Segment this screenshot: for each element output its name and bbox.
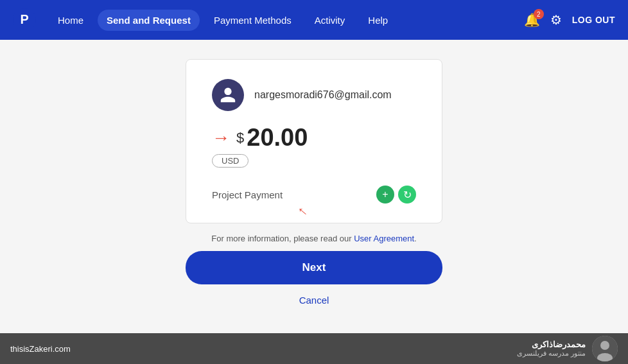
refresh-icon[interactable]: ↻: [398, 186, 416, 204]
nav-help[interactable]: Help: [359, 10, 397, 31]
add-note-icon[interactable]: +: [376, 186, 394, 204]
next-button[interactable]: Next: [186, 251, 442, 284]
main-content: nargesmoradi676@gmail.com → $ 20.00 USD …: [0, 40, 628, 364]
logout-button[interactable]: LOG OUT: [572, 15, 615, 25]
recipient-row: nargesmoradi676@gmail.com: [212, 79, 416, 111]
nav-activity[interactable]: Activity: [306, 10, 354, 31]
user-agreement-link[interactable]: User Agreement: [354, 234, 414, 243]
note-icons: + ↻: [376, 186, 416, 204]
nav-payment-methods[interactable]: Payment Methods: [205, 10, 301, 31]
arrow-annotation-icon: →: [292, 201, 313, 223]
watermark-avatar: [592, 336, 618, 361]
amount-row: → $ 20.00: [212, 124, 416, 152]
svg-point-3: [600, 341, 609, 350]
note-row: Project Payment + ↻: [212, 186, 416, 204]
notifications-bell[interactable]: 🔔 2: [524, 12, 540, 28]
nav-send-request[interactable]: Send and Request: [98, 10, 200, 31]
amount-value: 20.00: [247, 124, 308, 152]
paypal-logo[interactable]: P: [13, 8, 36, 31]
footer-bar: thisisZakeri.com محمدرضاذاکری منتور مدرس…: [0, 333, 628, 364]
nav-links: Home Send and Request Payment Methods Ac…: [49, 10, 524, 31]
notification-badge: 2: [534, 9, 544, 19]
nav-home[interactable]: Home: [49, 10, 92, 31]
info-text: For more information, please read our Us…: [186, 234, 442, 243]
currency-symbol: $: [236, 130, 244, 146]
cancel-button[interactable]: Cancel: [186, 290, 442, 311]
payment-card: nargesmoradi676@gmail.com → $ 20.00 USD …: [186, 59, 442, 223]
avatar: [212, 79, 244, 111]
svg-text:P: P: [20, 12, 28, 26]
recipient-email: nargesmoradi676@gmail.com: [254, 89, 392, 101]
watermark-right: محمدرضاذاکری منتور مدرسه فریلنسری: [517, 336, 618, 361]
watermark-tagline: منتور مدرسه فریلنسری: [517, 349, 586, 358]
currency-badge-wrapper: USD: [212, 154, 416, 179]
watermark-left: thisisZakeri.com: [10, 344, 71, 354]
watermark-name: محمدرضاذاکری: [517, 340, 586, 349]
arrow-right-icon: →: [212, 128, 230, 148]
note-label: Project Payment: [212, 189, 283, 200]
settings-icon[interactable]: ⚙: [550, 12, 562, 28]
navbar: P Home Send and Request Payment Methods …: [0, 0, 628, 40]
nav-right: 🔔 2 ⚙ LOG OUT: [524, 12, 615, 28]
currency-badge: USD: [212, 154, 249, 168]
note-section: Project Payment + ↻ →: [212, 186, 416, 204]
